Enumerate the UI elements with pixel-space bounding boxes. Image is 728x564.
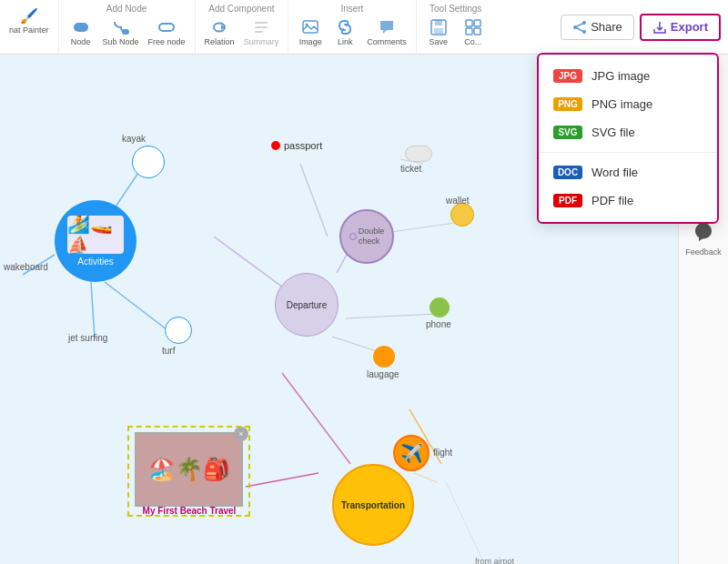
phone-node[interactable]: [430, 297, 450, 317]
svg-rect-4: [255, 22, 268, 24]
collaborate-label: Co...: [464, 37, 481, 46]
transportation-node[interactable]: Transportation: [332, 464, 414, 546]
svg-rect-11: [434, 28, 443, 34]
svg-point-8: [306, 24, 308, 26]
svg-rect-14: [466, 28, 472, 35]
laugage-node[interactable]: [373, 346, 395, 368]
node-icon: [71, 17, 91, 37]
summary-button[interactable]: Summary: [240, 15, 283, 48]
share-label: Share: [591, 20, 622, 34]
word-icon: DOC: [553, 166, 582, 179]
svg-line-19: [575, 23, 584, 27]
svg-rect-13: [474, 20, 480, 26]
image-icon: [300, 17, 320, 37]
svg-line-35: [446, 482, 482, 559]
insert-label: Insert: [340, 4, 363, 14]
pdf-label: PDF file: [592, 194, 633, 207]
link-label: Link: [338, 37, 353, 46]
add-component-label: Add Component: [208, 4, 274, 14]
free-node-label: Free node: [148, 37, 186, 46]
export-jpg-button[interactable]: JPG JPG image: [539, 62, 717, 90]
image-button[interactable]: Image: [294, 15, 327, 48]
link-button[interactable]: Link: [329, 15, 361, 48]
export-dropdown: JPG JPG image PNG PNG image SVG SVG file…: [537, 53, 719, 224]
node-label: Node: [71, 37, 91, 46]
beach-travel-label: My First Beach Travel: [138, 506, 240, 516]
svg-line-31: [391, 223, 455, 232]
export-png-button[interactable]: PNG PNG image: [539, 90, 717, 118]
svg-rect-5: [255, 26, 268, 28]
svg-rect-15: [474, 28, 480, 35]
collaborate-button[interactable]: Co...: [457, 15, 490, 48]
kayak-node[interactable]: [132, 146, 165, 178]
passport-node-wrap[interactable]: passport: [271, 140, 322, 151]
export-label: Export: [671, 20, 708, 34]
feedback-label: Feedback: [685, 247, 722, 257]
pdf-icon: PDF: [553, 194, 582, 207]
transportation-label: Transportation: [341, 500, 405, 510]
turf-node[interactable]: [165, 317, 192, 344]
tool-settings-label: Tool Settings: [430, 4, 481, 14]
svg-line-32: [282, 373, 350, 464]
activities-image: 🏄🚤⛵: [67, 216, 124, 254]
jpg-icon: JPG: [553, 69, 582, 83]
add-node-label: Add Node: [106, 4, 147, 14]
export-pdf-button[interactable]: PDF PDF file: [539, 186, 717, 215]
svg-rect-10: [435, 20, 442, 25]
relation-icon: [209, 17, 229, 37]
free-node-button[interactable]: Free node: [145, 15, 189, 48]
node-button[interactable]: Node: [65, 15, 97, 48]
toolbar-group-add-component: Add Component Relation Summary: [196, 0, 289, 54]
export-word-button[interactable]: DOC Word file: [539, 158, 717, 186]
toolbar-group-add-node: Add Node Node Sub Node Free node: [59, 0, 196, 54]
departure-node[interactable]: Departure: [275, 273, 339, 337]
comments-button[interactable]: Comments: [363, 15, 410, 48]
wallet-node[interactable]: [450, 203, 474, 227]
sub-node-button[interactable]: Sub Node: [99, 15, 143, 48]
flight-node[interactable]: ✈️: [393, 435, 430, 471]
flight-label: flight: [433, 448, 452, 458]
save-icon: [429, 17, 449, 37]
wallet-label: wallet: [446, 196, 470, 206]
double-check-label: Doublecheck: [359, 227, 385, 247]
svg-rect-6: [255, 31, 263, 33]
double-check-node[interactable]: Doublecheck: [339, 209, 394, 264]
svg-rect-2: [159, 24, 174, 31]
sidebar-feedback-button[interactable]: Feedback: [685, 219, 722, 257]
export-svg-button[interactable]: SVG SVG file: [539, 118, 717, 146]
sub-node-icon: [111, 17, 131, 37]
departure-label: Departure: [287, 300, 327, 310]
activities-node[interactable]: 🏄🚤⛵ Activities: [55, 200, 136, 282]
comments-label: Comments: [367, 37, 407, 46]
passport-label: passport: [284, 140, 322, 151]
toolbar-group-painter: 🖌️ nat Painter: [0, 0, 59, 54]
png-icon: PNG: [553, 97, 582, 111]
svg-line-34: [414, 473, 437, 482]
png-label: PNG image: [592, 97, 652, 111]
beach-close-icon[interactable]: ×: [234, 427, 248, 441]
relation-button[interactable]: Relation: [201, 15, 238, 48]
toolbar-right: Share Export: [553, 0, 728, 54]
ticket-node[interactable]: [405, 146, 432, 162]
kayak-label: kayak: [122, 134, 146, 144]
format-painter-icon: 🖌️: [19, 5, 39, 25]
save-button[interactable]: Save: [422, 15, 455, 48]
comments-icon: [377, 17, 397, 37]
wakeboard-label: wakeboard: [4, 262, 48, 272]
passport-dot: [271, 141, 280, 150]
from-airpot-label: from airpot: [475, 557, 514, 564]
beach-travel-node[interactable]: × 🏖️🌴🎒: [135, 432, 243, 507]
svg-rect-0: [74, 23, 88, 32]
svg-rect-7: [303, 21, 318, 33]
relation-label: Relation: [205, 37, 235, 46]
export-button[interactable]: Export: [640, 14, 721, 41]
format-painter-button[interactable]: 🖌️ nat Painter: [5, 4, 53, 36]
jet-surfing-label: jet surfing: [68, 333, 107, 343]
svg-line-26: [300, 164, 328, 237]
toolbar-group-tool-settings: Tool Settings Save Co...: [417, 0, 495, 54]
svg-line-23: [91, 282, 95, 338]
laugage-label: laugage: [367, 369, 399, 379]
summary-icon: [251, 17, 271, 37]
svg-rect-12: [466, 20, 472, 26]
share-button[interactable]: Share: [561, 15, 634, 40]
